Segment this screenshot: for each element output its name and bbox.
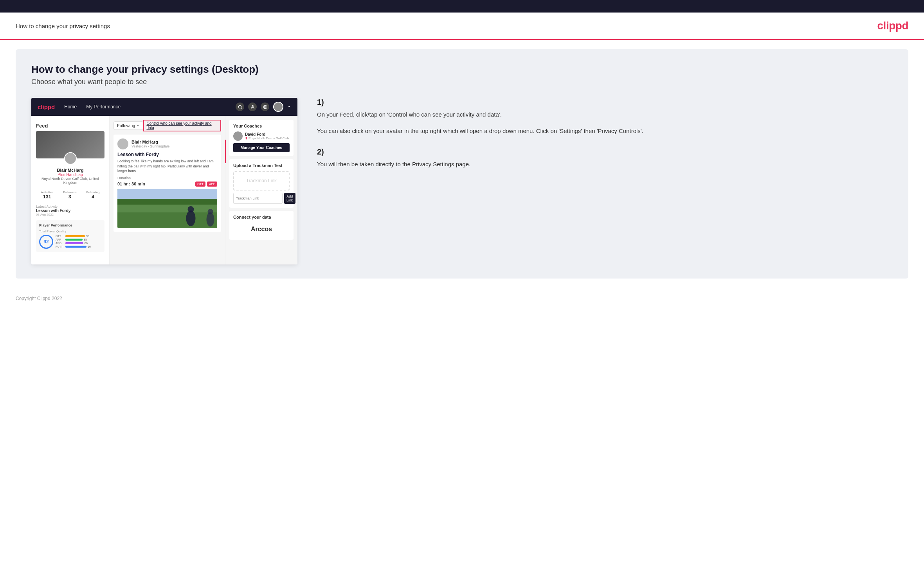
coach-club: Royal North Devon Golf Club bbox=[245, 137, 289, 140]
profile-name: Blair McHarg bbox=[36, 168, 104, 173]
post-title: Lesson with Fordy bbox=[117, 152, 217, 157]
svg-point-10 bbox=[188, 206, 194, 212]
post-author-info: Blair McHarg Yesterday · Sunningdale bbox=[131, 140, 169, 148]
upload-title: Upload a Trackman Test bbox=[233, 163, 290, 168]
trackman-input-row: Add Link bbox=[233, 193, 290, 204]
instruction-1-num: 1) bbox=[317, 98, 893, 107]
followers-label: Followers bbox=[63, 191, 76, 194]
profile-image-area bbox=[36, 131, 104, 158]
player-performance-section: Player Performance Total Player Quality … bbox=[36, 220, 104, 252]
coaches-section: Your Coaches David Ford Royal North Devo… bbox=[229, 120, 294, 156]
post-tags: OTT APP bbox=[195, 182, 217, 187]
feed-tab-label[interactable]: Feed bbox=[36, 120, 104, 131]
following-label: Following bbox=[86, 191, 100, 194]
svg-point-12 bbox=[208, 209, 213, 214]
activities-value: 131 bbox=[41, 194, 54, 200]
svg-point-2 bbox=[252, 105, 253, 107]
ott-val: 90 bbox=[86, 235, 89, 237]
svg-point-0 bbox=[238, 105, 241, 108]
top-bar bbox=[0, 0, 924, 13]
main-content: How to change your privacy settings (Des… bbox=[16, 49, 908, 279]
post-author-name: Blair McHarg bbox=[131, 140, 169, 144]
nav-my-performance[interactable]: My Performance bbox=[86, 104, 121, 110]
feed-main: Following Control who can see your activ… bbox=[110, 116, 225, 264]
search-icon[interactable] bbox=[236, 102, 244, 111]
instruction-2-num: 2) bbox=[317, 147, 893, 156]
post-avatar bbox=[117, 138, 128, 149]
duration-label: Duration bbox=[117, 176, 217, 180]
duration-value: 01 hr : 30 min bbox=[117, 182, 145, 186]
tpq-score-circle: 92 bbox=[39, 235, 53, 249]
breadcrumb: How to change your privacy settings bbox=[16, 23, 110, 29]
connect-data-section: Connect your data Arccos bbox=[229, 211, 294, 240]
trackman-placeholder: Trackman Link bbox=[233, 171, 290, 191]
user-avatar[interactable] bbox=[273, 102, 283, 112]
activities-label: Activities bbox=[41, 191, 54, 194]
globe-icon[interactable] bbox=[261, 102, 269, 111]
coach-avatar bbox=[233, 131, 243, 141]
coaches-title: Your Coaches bbox=[233, 124, 290, 128]
tpq-label: Total Player Quality bbox=[39, 230, 101, 233]
svg-point-11 bbox=[207, 212, 214, 226]
location-icon bbox=[245, 137, 248, 140]
svg-rect-6 bbox=[117, 212, 217, 228]
content-row: clippd Home My Performance bbox=[31, 98, 893, 264]
coach-club-name: Royal North Devon Golf Club bbox=[249, 137, 289, 140]
following-button[interactable]: Following bbox=[113, 121, 143, 130]
bar-ott: OTT 90 bbox=[56, 235, 101, 237]
nav-home[interactable]: Home bbox=[64, 104, 77, 110]
svg-rect-8 bbox=[117, 199, 217, 205]
latest-activity-date: 03 Aug 2022 bbox=[36, 213, 104, 216]
arccos-logo: Arccos bbox=[233, 223, 290, 236]
latest-activity-name: Lesson with Fordy bbox=[36, 209, 104, 213]
player-performance-title: Player Performance bbox=[39, 223, 101, 227]
latest-activity-label: Latest Activity bbox=[36, 205, 104, 209]
footer: Copyright Clippd 2022 bbox=[0, 288, 924, 309]
post-header: Blair McHarg Yesterday · Sunningdale bbox=[117, 138, 217, 149]
coach-item: David Ford Royal North Devon Golf Club bbox=[233, 131, 290, 141]
arg-val: 86 bbox=[85, 242, 88, 244]
arg-bar bbox=[65, 242, 83, 244]
connect-title: Connect your data bbox=[233, 215, 290, 219]
control-link[interactable]: Control who can see your activity and da… bbox=[143, 120, 221, 131]
person-icon[interactable] bbox=[248, 102, 257, 111]
stat-activities: Activities 131 bbox=[41, 191, 54, 200]
post-image bbox=[117, 189, 217, 228]
chevron-down-icon bbox=[137, 124, 140, 127]
manage-coaches-button[interactable]: Manage Your Coaches bbox=[233, 143, 290, 152]
app-body: Feed Blair McHarg Plus Handicap Royal No… bbox=[31, 116, 297, 264]
post-card: Blair McHarg Yesterday · Sunningdale Les… bbox=[113, 135, 221, 232]
add-link-button[interactable]: Add Link bbox=[284, 193, 295, 204]
chevron-down-icon bbox=[287, 105, 291, 109]
stat-following: Following 4 bbox=[86, 191, 100, 200]
profile-stats: Activities 131 Followers 3 Following 4 bbox=[36, 188, 104, 202]
golf-image-svg bbox=[117, 189, 217, 228]
tag-app: APP bbox=[207, 182, 217, 187]
putt-bar bbox=[65, 246, 86, 248]
bar-putt: PUTT 96 bbox=[56, 245, 101, 248]
stat-followers: Followers 3 bbox=[63, 191, 76, 200]
profile-club: Royal North Devon Golf Club, United King… bbox=[36, 177, 104, 185]
ott-bar bbox=[65, 235, 85, 237]
copyright-text: Copyright Clippd 2022 bbox=[16, 296, 62, 301]
instruction-2-text: You will then be taken directly to the P… bbox=[317, 160, 893, 169]
page-subtitle: Choose what you want people to see bbox=[31, 78, 893, 86]
instruction-1-text-line1: On your Feed, click/tap on 'Control who … bbox=[317, 110, 893, 119]
instructions-panel: 1) On your Feed, click/tap on 'Control w… bbox=[313, 98, 893, 181]
svg-point-9 bbox=[186, 210, 196, 226]
trackman-input[interactable] bbox=[233, 193, 283, 204]
profile-avatar bbox=[64, 152, 77, 165]
ott-label: OTT bbox=[56, 235, 64, 237]
app-logo: clippd bbox=[38, 104, 55, 110]
arg-label: ARG bbox=[56, 242, 64, 244]
control-link-wrapper: Control who can see your activity and da… bbox=[143, 120, 221, 131]
clippd-logo: clippd bbox=[877, 20, 908, 32]
nav-icons bbox=[236, 102, 291, 112]
upload-trackman-section: Upload a Trackman Test Trackman Link Add… bbox=[229, 159, 294, 208]
instruction-1: 1) On your Feed, click/tap on 'Control w… bbox=[317, 98, 893, 136]
app-label: APP bbox=[56, 238, 64, 241]
post-body: Looking to feel like my hands are exitin… bbox=[117, 159, 217, 174]
page-title: How to change your privacy settings (Des… bbox=[31, 63, 893, 75]
coach-info: David Ford Royal North Devon Golf Club bbox=[245, 132, 289, 140]
bar-app: APP 85 bbox=[56, 238, 101, 241]
